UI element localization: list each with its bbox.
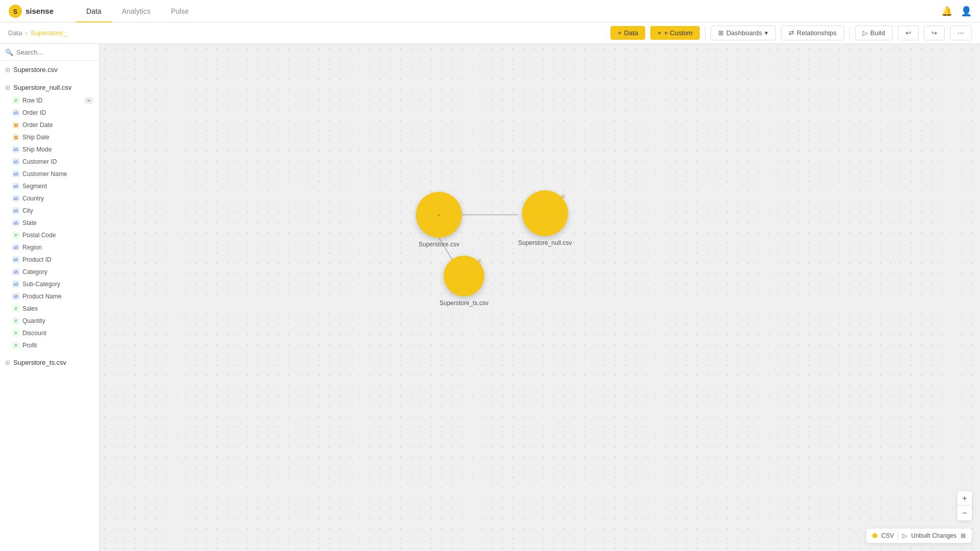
table-name-superstore-null-csv: Superstore_null.csv bbox=[13, 84, 71, 91]
field-country[interactable]: ab Country bbox=[0, 192, 99, 205]
field-order-date[interactable]: ▦ Order Date bbox=[0, 119, 99, 131]
zoom-controls: + − bbox=[958, 491, 972, 520]
field-label-order-id: Order ID bbox=[22, 109, 46, 116]
build-icon-bottom: ▷ bbox=[902, 532, 907, 539]
field-icon-state: ab bbox=[12, 219, 19, 227]
table-header-superstore-null-csv[interactable]: ⊞ Superstore_null.csv bbox=[0, 81, 99, 94]
sidebar: 🔍 ☰ ⋮ ⊞ Superstore.csv ⊞ Superstore_null… bbox=[0, 44, 100, 551]
bottom-status-bar: CSV ▷ Unbuilt Changes ⊞ bbox=[866, 529, 972, 543]
redo-button[interactable]: ↪ bbox=[924, 26, 945, 40]
field-icon-row-id: # bbox=[12, 97, 19, 104]
field-ship-date[interactable]: ▦ Ship Date bbox=[0, 131, 99, 143]
field-icon-order-id: ab bbox=[12, 109, 19, 116]
field-icon-region: ab bbox=[12, 244, 19, 251]
field-label-city: City bbox=[22, 207, 33, 214]
field-segment[interactable]: ab Segment bbox=[0, 180, 99, 192]
relationships-icon: ⇄ bbox=[789, 29, 794, 37]
field-label-row-id: Row ID bbox=[22, 97, 42, 104]
nav-tabs: Data Analytics Pulse bbox=[76, 1, 199, 22]
field-order-id[interactable]: ab Order ID bbox=[0, 107, 99, 119]
field-sales[interactable]: # Sales bbox=[0, 303, 99, 315]
field-label-product-name: Product Name bbox=[22, 293, 62, 300]
zoom-in-button[interactable]: + bbox=[958, 491, 972, 506]
field-label-region: Region bbox=[22, 244, 42, 251]
field-label-ship-date: Ship Date bbox=[22, 134, 50, 141]
field-icon-discount: # bbox=[12, 330, 19, 337]
field-label-customer-name: Customer Name bbox=[22, 170, 67, 178]
field-profit[interactable]: # Profit bbox=[0, 339, 99, 352]
notification-button[interactable]: 🔔 bbox=[941, 6, 952, 17]
bottom-bar-separator bbox=[898, 532, 898, 540]
node-superstore-ts-csv[interactable]: ⊞ Superstore_ts.csv bbox=[439, 256, 488, 307]
breadcrumb: Data › Superstore_ bbox=[8, 29, 67, 37]
field-state[interactable]: ab State bbox=[0, 217, 99, 229]
node-superstore-null-csv[interactable]: ⊞ Superstore_null.csv bbox=[518, 190, 572, 246]
field-region[interactable]: ab Region bbox=[0, 241, 99, 254]
node-superstore-csv[interactable]: ● Superstore.csv bbox=[416, 192, 462, 248]
zoom-out-button[interactable]: − bbox=[958, 506, 972, 520]
tab-pulse[interactable]: Pulse bbox=[161, 1, 199, 22]
field-city[interactable]: ab City bbox=[0, 205, 99, 217]
field-customer-name[interactable]: ab Customer Name bbox=[0, 168, 99, 180]
link-badge-row-id: ∞ bbox=[84, 97, 94, 104]
field-label-customer-id: Customer ID bbox=[22, 158, 57, 165]
field-icon-product-name: ab bbox=[12, 293, 19, 300]
field-sub-category[interactable]: ab Sub-Category bbox=[0, 278, 99, 290]
custom-button[interactable]: + + Custom bbox=[650, 26, 700, 40]
field-icon-customer-id: ab bbox=[12, 158, 19, 165]
dashboards-button[interactable]: ⊞ Dashboards ▾ bbox=[710, 26, 776, 40]
field-label-state: State bbox=[22, 219, 37, 227]
field-label-postal-code: Postal Code bbox=[22, 232, 56, 239]
field-label-quantity: Quantity bbox=[22, 317, 45, 324]
search-input[interactable] bbox=[16, 48, 102, 56]
relationships-label: Relationships bbox=[797, 29, 837, 37]
field-icon-quantity: # bbox=[12, 317, 19, 324]
field-customer-id[interactable]: ab Customer ID bbox=[0, 156, 99, 168]
search-icon: 🔍 bbox=[5, 48, 13, 56]
svg-text:S: S bbox=[13, 8, 17, 15]
table-icon-superstore-csv: ⊞ bbox=[5, 66, 10, 73]
node-circle-superstore-ts-csv: ⊞ bbox=[444, 256, 484, 296]
tab-analytics[interactable]: Analytics bbox=[112, 1, 161, 22]
field-postal-code[interactable]: # Postal Code bbox=[0, 229, 99, 241]
breadcrumb-root: Data bbox=[8, 29, 22, 37]
field-product-id[interactable]: ab Product ID bbox=[0, 254, 99, 266]
custom-label: + Custom bbox=[664, 29, 693, 37]
add-data-label: Data bbox=[624, 29, 638, 37]
field-ship-mode[interactable]: ab Ship Mode bbox=[0, 143, 99, 156]
field-label-order-date: Order Date bbox=[22, 121, 53, 129]
field-icon-ship-mode: ab bbox=[12, 146, 19, 153]
table-icon-superstore-ts-csv: ⊞ bbox=[5, 359, 10, 366]
toolbar-separator-1 bbox=[705, 27, 705, 39]
sidebar-search-bar: 🔍 ☰ ⋮ bbox=[0, 44, 99, 61]
field-discount[interactable]: # Discount bbox=[0, 327, 99, 339]
field-icon-product-id: ab bbox=[12, 256, 19, 263]
table-group-superstore-ts-csv: ⊞ Superstore_ts.csv bbox=[0, 354, 99, 371]
table-header-superstore-ts-csv[interactable]: ⊞ Superstore_ts.csv bbox=[0, 356, 99, 369]
table-group-superstore-null-csv: ⊞ Superstore_null.csv # Row ID ∞ ab Orde… bbox=[0, 79, 99, 354]
layout: 🔍 ☰ ⋮ ⊞ Superstore.csv ⊞ Superstore_null… bbox=[0, 44, 980, 551]
field-icon-postal-code: # bbox=[12, 232, 19, 239]
grid-icon-bottom[interactable]: ⊞ bbox=[961, 532, 966, 539]
table-name-superstore-ts-csv: Superstore_ts.csv bbox=[13, 359, 66, 366]
undo-button[interactable]: ↩ bbox=[898, 26, 919, 40]
more-button[interactable]: ⋯ bbox=[950, 26, 972, 40]
field-category[interactable]: ab Category bbox=[0, 266, 99, 278]
field-product-name[interactable]: ab Product Name bbox=[0, 290, 99, 303]
unbuilt-label: Unbuilt Changes bbox=[911, 532, 957, 539]
relationships-button[interactable]: ⇄ Relationships bbox=[781, 26, 844, 40]
toolbar: Data › Superstore_ + Data + + Custom ⊞ D… bbox=[0, 22, 980, 44]
node-label-superstore-ts-csv: Superstore_ts.csv bbox=[439, 299, 488, 307]
table-header-superstore-csv[interactable]: ⊞ Superstore.csv bbox=[0, 63, 99, 77]
build-button[interactable]: ▷ Build bbox=[855, 26, 893, 40]
tab-data[interactable]: Data bbox=[76, 1, 112, 22]
top-nav: S sisense Data Analytics Pulse 🔔 👤 bbox=[0, 0, 980, 22]
field-quantity[interactable]: # Quantity bbox=[0, 315, 99, 327]
field-row-id[interactable]: # Row ID ∞ bbox=[0, 94, 99, 107]
user-button[interactable]: 👤 bbox=[961, 6, 972, 17]
node-circle-superstore-null-csv: ⊞ bbox=[522, 190, 568, 236]
field-label-country: Country bbox=[22, 195, 44, 202]
add-data-button[interactable]: + Data bbox=[610, 26, 645, 40]
toolbar-right: + Data + + Custom ⊞ Dashboards ▾ ⇄ Relat… bbox=[610, 26, 972, 40]
breadcrumb-separator: › bbox=[25, 29, 27, 37]
